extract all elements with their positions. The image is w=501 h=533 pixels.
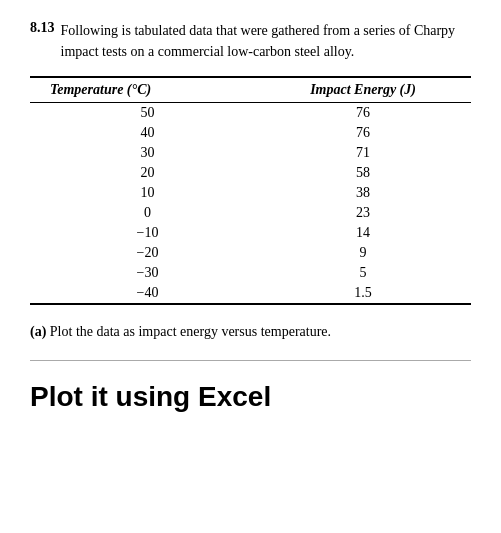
temperature-cell: 50	[30, 103, 255, 124]
page-container: 8.13 Following is tabulated data that we…	[0, 0, 501, 433]
temperature-cell: −20	[30, 243, 255, 263]
section-divider	[30, 360, 471, 361]
energy-cell: 14	[255, 223, 471, 243]
table-row: −209	[30, 243, 471, 263]
table-row: 4076	[30, 123, 471, 143]
temperature-cell: 30	[30, 143, 255, 163]
table-header-row: Temperature (°C) Impact Energy (J)	[30, 77, 471, 103]
temperature-cell: −30	[30, 263, 255, 283]
energy-cell: 38	[255, 183, 471, 203]
temperature-cell: 40	[30, 123, 255, 143]
table-row: −1014	[30, 223, 471, 243]
energy-cell: 76	[255, 123, 471, 143]
col-energy-header: Impact Energy (J)	[255, 77, 471, 103]
temperature-cell: 20	[30, 163, 255, 183]
part-a-label: (a)	[30, 324, 46, 339]
energy-cell: 58	[255, 163, 471, 183]
energy-cell: 1.5	[255, 283, 471, 304]
table-row: −305	[30, 263, 471, 283]
data-table: Temperature (°C) Impact Energy (J) 50764…	[30, 76, 471, 305]
table-row: 023	[30, 203, 471, 223]
energy-cell: 9	[255, 243, 471, 263]
energy-cell: 76	[255, 103, 471, 124]
energy-cell: 71	[255, 143, 471, 163]
temperature-cell: −10	[30, 223, 255, 243]
table-row: 2058	[30, 163, 471, 183]
problem-number: 8.13	[30, 20, 55, 36]
table-row: 5076	[30, 103, 471, 124]
problem-header: 8.13 Following is tabulated data that we…	[30, 20, 471, 62]
table-row: 3071	[30, 143, 471, 163]
part-a-text: (a) Plot the data as impact energy versu…	[30, 321, 471, 342]
table-row: −401.5	[30, 283, 471, 304]
col-temperature-header: Temperature (°C)	[30, 77, 255, 103]
temperature-cell: 0	[30, 203, 255, 223]
temperature-cell: −40	[30, 283, 255, 304]
answer-text: Plot it using Excel	[30, 375, 471, 413]
table-row: 1038	[30, 183, 471, 203]
temperature-cell: 10	[30, 183, 255, 203]
part-a-content: Plot the data as impact energy versus te…	[50, 324, 331, 339]
problem-description: Following is tabulated data that were ga…	[61, 20, 472, 62]
energy-cell: 23	[255, 203, 471, 223]
energy-cell: 5	[255, 263, 471, 283]
